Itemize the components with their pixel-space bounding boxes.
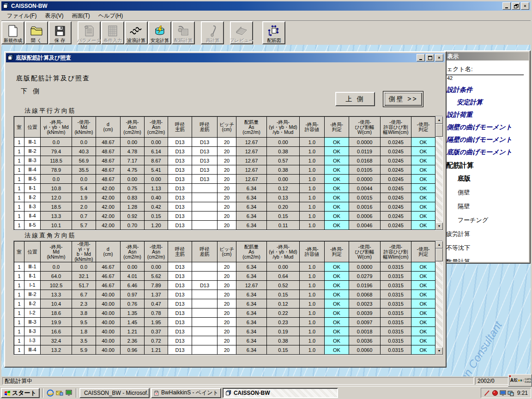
upper-side-button[interactable]: 上 側 [335, 92, 375, 106]
task-caisson-word[interactable]: CAISSON_BW - Microsof... [79, 388, 150, 398]
cell: 0.22 [267, 308, 300, 318]
scroll-up-icon[interactable]: ▲ [435, 241, 443, 248]
child-maximize-icon[interactable] [426, 54, 434, 61]
table1-scrollbar[interactable]: ▲ ▼ [435, 116, 442, 230]
scroll-up-icon[interactable]: ▲ [435, 116, 443, 124]
cell: 6.34 [236, 262, 267, 272]
ime-tool-icon[interactable] [518, 379, 520, 382]
link-partition[interactable]: 隔壁 [458, 202, 529, 211]
mail-icon[interactable] [56, 389, 63, 397]
cell: 12.67 [236, 165, 267, 175]
cell: 0.00 [145, 175, 168, 184]
cell: 48.67 [96, 175, 121, 184]
taskbar-separator [76, 388, 77, 398]
cell: 5.4 [72, 184, 96, 193]
child-titlebar[interactable]: 底版配筋計算及び照査 × [6, 53, 445, 62]
cell: 6.34 [236, 221, 267, 230]
desktop-icon[interactable] [65, 389, 73, 397]
link-bottom-slab-moment[interactable]: 底版の曲げモーメント [447, 148, 529, 157]
link-partition-moment[interactable]: 隔壁の曲げモーメント [447, 136, 529, 144]
cell: 1 [14, 202, 24, 212]
link-design-load[interactable]: 設計荷重 [447, 111, 529, 119]
table-row: 1Ⅲ-3118.556.948.677.178.67D13D132012.670… [14, 156, 435, 165]
main-titlebar[interactable]: CAISSON-BW × [1, 1, 531, 11]
link-design-conditions[interactable]: 設計条件 [447, 86, 529, 94]
menu-file[interactable]: ファイル(F) [3, 11, 40, 21]
link-footing[interactable]: フーチング [458, 216, 529, 224]
menu-help[interactable]: ヘルプ(H) [95, 11, 127, 21]
cell: 6.14 [145, 147, 168, 156]
link-fatigue-calc[interactable]: 疲労計算 [446, 230, 529, 238]
column-header: -終局- Md (kNm/m) [41, 242, 72, 262]
internet-explorer-icon[interactable] [47, 389, 54, 397]
column-header: -終局- γi・γb・Md (kNm/m) [41, 117, 72, 138]
pen-tray-icon[interactable] [484, 390, 490, 396]
menu-screen[interactable]: 画面(T) [68, 11, 93, 21]
cell: 5.9 [72, 345, 96, 355]
ime-conversion-mode[interactable]: 般 [514, 377, 518, 383]
save-button[interactable]: 保 存 [48, 21, 72, 44]
network-computer-icon[interactable] [508, 390, 514, 396]
link-sidewall[interactable]: 側壁 [458, 188, 529, 197]
cell: 0.15 [267, 345, 300, 355]
project-name-label: ェクト名: [447, 65, 529, 73]
minimize-icon[interactable] [502, 2, 511, 10]
wave-calc-button[interactable]: 波浪計算 [125, 21, 148, 44]
cell: 0.0196 [349, 281, 381, 290]
close-icon[interactable]: × [521, 2, 529, 10]
task-caisson-bw[interactable]: CAISSON-BW [223, 388, 338, 398]
ime-toolbar[interactable]: A 般 CAPS KANA [508, 374, 532, 387]
sidewall-next-button[interactable]: 側壁 >> [383, 91, 423, 107]
ime-pad-icon[interactable] [523, 379, 525, 382]
link-stability-calc[interactable]: 安定計算 [457, 98, 529, 107]
cell: 42.00 [96, 212, 121, 221]
column-header: -使用- ひび割幅 W(cm) [349, 242, 381, 262]
cell: 6.34 [236, 202, 267, 212]
cell: 40.00 [96, 290, 121, 299]
scroll-thumb[interactable] [435, 248, 443, 261]
table-row: 1Ⅱ-212.01.942.000.830.40D13206.340.131.0… [14, 193, 435, 202]
display-settings-icon[interactable] [500, 390, 506, 396]
new-file-button[interactable]: 新規作成 [1, 21, 24, 44]
scroll-thumb[interactable] [435, 124, 443, 137]
taskbar-clock[interactable]: 9:21 [517, 390, 528, 396]
cell: 0.70 [121, 221, 145, 230]
project-name-field[interactable] [446, 74, 524, 82]
ime-ball-icon[interactable] [492, 390, 498, 396]
open-file-button[interactable]: 開 く [25, 21, 48, 44]
ime-input-mode[interactable]: A [510, 378, 514, 383]
cell: 1.9 [72, 193, 96, 202]
scroll-down-icon[interactable]: ▼ [435, 223, 443, 230]
table-row: 1Ⅲ-50.00.048.670.000.00D13D132012.670.00… [14, 175, 435, 184]
child-close-icon[interactable]: × [435, 54, 443, 61]
scroll-down-icon[interactable]: ▼ [435, 347, 443, 355]
column-header: -使用- ひび割幅 W(cm) [349, 117, 381, 138]
start-button[interactable]: スタート [1, 388, 40, 398]
table2-scrollbar[interactable]: ▲ ▼ [435, 241, 442, 355]
cell: D13 [168, 308, 192, 318]
ime-dictionary-icon[interactable] [520, 379, 522, 382]
task-paint[interactable]: BwHaikkinS - ペイント [151, 388, 221, 398]
link-uneven-settlement[interactable]: 不等沈下 [446, 244, 529, 252]
ime-grip[interactable] [509, 375, 510, 385]
stability-calc-button[interactable]: 安定計算 [148, 21, 171, 44]
cell: 6.34 [236, 318, 267, 327]
link-rebar-calc[interactable]: 配筋計算 [446, 161, 529, 170]
link-sidewall-moment[interactable]: 側壁の曲げモーメント [447, 123, 529, 132]
cell: 0.0 [72, 175, 96, 184]
cell: 12.67 [236, 147, 267, 156]
link-quantity-calc[interactable]: 数量計算 [446, 258, 529, 262]
cell: 1.0 [300, 272, 325, 281]
cell: 0.97 [121, 290, 145, 299]
cell: OK [325, 281, 349, 290]
restore-icon[interactable] [512, 2, 520, 10]
menu-view[interactable]: 表示(V) [41, 11, 67, 21]
cell: D13 [168, 290, 192, 299]
child-minimize-icon[interactable] [417, 54, 425, 61]
result-panel-titlebar[interactable]: 表示 [446, 52, 529, 60]
ime-caps-kana[interactable]: CAPS KANA [525, 378, 531, 383]
rebar-drawing-button[interactable]: 配筋図 [262, 21, 285, 44]
status-bar: 配筋計算中 2002/0 [1, 376, 531, 386]
cell: 0.0 [72, 262, 96, 272]
link-bottom-slab[interactable]: 底版 [458, 175, 529, 183]
